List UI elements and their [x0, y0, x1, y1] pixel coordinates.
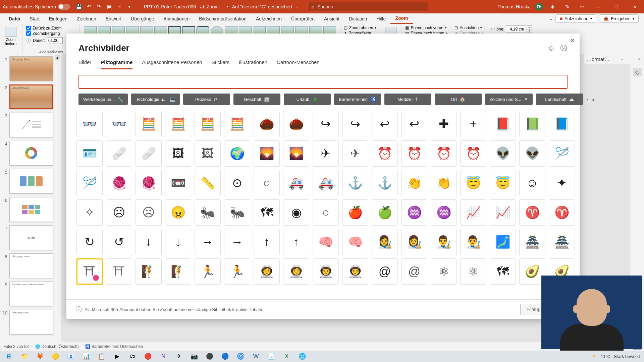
tab-hilfe[interactable]: Hilfe — [372, 13, 390, 24]
tab-ansicht[interactable]: Ansicht — [319, 13, 344, 24]
slide-thumb-5[interactable] — [9, 169, 53, 194]
icon-alarm-double-outline[interactable]: ⏰ — [460, 140, 486, 167]
icon-billboard-outline[interactable]: 🖼 — [195, 140, 221, 167]
edge-icon[interactable]: 🌐 — [294, 351, 310, 362]
side-rail-format-icon[interactable]: ◇ — [633, 68, 642, 76]
ribbon-collapse-icon[interactable]: ⌄ — [549, 16, 553, 21]
icon-airplane[interactable]: ✈ — [313, 140, 339, 167]
tab-aufzeichnen[interactable]: Aufzeichnen — [251, 13, 286, 24]
icon-address-book-alt[interactable]: 📘 — [549, 111, 575, 137]
icon-ant-outline[interactable]: 🐜 — [224, 199, 250, 226]
app-icon-5[interactable]: 🔵 — [217, 351, 233, 362]
tab-cartoon[interactable]: Cartoon-Menschen — [277, 59, 320, 69]
icon-star-burst-outline[interactable]: ✧ — [76, 199, 103, 226]
icon-acorn-outline[interactable]: 🌰 — [283, 111, 309, 137]
slide-thumb-1[interactable]: Übergangs Zoom — [9, 56, 53, 81]
firefox-icon[interactable]: 🦊 — [32, 351, 48, 362]
app-icon-7[interactable]: 📄 — [264, 351, 279, 362]
slide-thumb-4[interactable] — [9, 141, 53, 166]
vlc-icon[interactable]: ▶ — [109, 351, 125, 362]
icon-needle-thread[interactable]: 🪡 — [76, 170, 103, 196]
icon-climber-outline[interactable]: 🧗 — [165, 258, 191, 285]
icon-atom[interactable]: ⚛ — [431, 258, 457, 285]
icon-alarm-clock[interactable]: ⏰ — [372, 140, 398, 167]
slide-thumb-10[interactable]: Übergang zoom — [9, 310, 53, 335]
tab-animationen[interactable]: Animationen — [159, 13, 194, 24]
icon-smiling-halo[interactable]: ☺ — [519, 170, 545, 196]
present-icon[interactable]: ▣ — [105, 3, 113, 11]
save-icon[interactable]: 💾 — [75, 3, 83, 11]
return-zoom-checkbox[interactable]: Zurück zu Zoom — [26, 25, 76, 31]
icon-button-round-outline[interactable]: ○ — [254, 170, 280, 196]
grid-scroll-up-icon[interactable]: ▲ — [592, 94, 595, 105]
icon-alien[interactable]: 👽 — [490, 140, 516, 167]
tab-bildschirmpraesentation[interactable]: Bildschirmpräsentation — [194, 13, 251, 24]
bring-forward-button[interactable]: ▦Ebene nach vorne▾ — [405, 25, 447, 30]
feedback-frown-icon[interactable]: ☹ — [560, 44, 568, 53]
tab-piktogramme[interactable]: Piktogramme — [101, 59, 132, 69]
icon-astronaut-f-outline[interactable]: 👩‍🚀 — [283, 258, 309, 285]
icon-star-burst[interactable]: ✦ — [549, 170, 575, 196]
icon-astronaut-m[interactable]: 👨‍🚀 — [313, 258, 339, 285]
icon-alarm-clock-outline[interactable]: ⏰ — [401, 140, 427, 167]
icon-shrine-outline[interactable]: ⛩ — [106, 258, 132, 285]
icon-arrow-up[interactable]: ↑ — [254, 229, 280, 255]
language-status[interactable]: 🌐 Deutsch (Österreich) — [35, 344, 78, 349]
category-process[interactable]: Prozess⇄ — [183, 94, 230, 105]
tab-datei[interactable]: Datei — [4, 13, 25, 24]
category-tools[interactable]: Werkzeuge un...🔧 — [78, 94, 128, 105]
category-tech[interactable]: Technologie u...💻 — [131, 94, 179, 105]
panel-scroll-up[interactable]: ▲ — [55, 55, 60, 60]
window-icon[interactable]: ▭ — [578, 3, 586, 11]
redo-icon[interactable]: ↷ — [95, 3, 103, 11]
icon-australia[interactable]: 🗺 — [490, 258, 516, 285]
icon-arrow-curve-r[interactable]: ↪ — [313, 111, 339, 137]
category-holiday[interactable]: Urlaub🎄 — [284, 94, 331, 105]
icon-aperture-outline[interactable]: ○ — [313, 199, 339, 226]
icon-address-book[interactable]: 📕 — [490, 111, 516, 137]
explorer-icon[interactable]: 📁 — [17, 351, 32, 362]
icon-address-card[interactable]: 🪪 — [76, 140, 103, 167]
dialog-close-icon[interactable]: ✕ — [570, 37, 575, 44]
touch-icon[interactable]: ☟ — [115, 3, 123, 11]
height-input[interactable] — [506, 25, 526, 33]
telegram-icon[interactable]: ✈ — [171, 351, 186, 362]
icon-glasses-3d-outline[interactable]: 👓 — [106, 111, 132, 137]
icon-alarm-double[interactable]: ⏰ — [431, 140, 457, 167]
icon-apple-outline[interactable]: 🍏 — [372, 199, 398, 226]
icon-tape[interactable]: 📼 — [165, 170, 191, 196]
icon-antarctica[interactable]: 🗺 — [254, 199, 280, 226]
ink-icon[interactable]: ✎ — [563, 3, 571, 11]
category-accessibility[interactable]: Barrierefreiheit♿ — [334, 94, 381, 105]
tab-zeichnen[interactable]: Zeichnen — [72, 13, 101, 24]
icon-plus-bold[interactable]: ✚ — [431, 111, 457, 137]
category-more-icon[interactable]: › — [586, 94, 588, 105]
tab-uebergaenge[interactable]: Übergänge — [126, 13, 159, 24]
icon-arrow-curve-l[interactable]: ↩ — [372, 111, 398, 137]
icon-astronaut-f[interactable]: 👩‍🚀 — [254, 258, 280, 285]
slide-thumb-3[interactable] — [9, 113, 53, 137]
slide-counter[interactable]: Folie 2 von 53 — [3, 344, 29, 349]
icon-climber[interactable]: 🧗 — [136, 258, 162, 285]
tab-start[interactable]: Start — [25, 13, 44, 24]
icon-field-sun[interactable]: 🌄 — [254, 140, 280, 167]
icon-angel-face-outline[interactable]: 😇 — [490, 170, 516, 196]
qat-more-icon[interactable]: ▾ — [125, 3, 133, 11]
icon-runner-outline[interactable]: 🏃 — [224, 258, 250, 285]
icon-sad-face[interactable]: ☹ — [106, 199, 132, 226]
obs-icon[interactable]: ⚫ — [202, 351, 217, 362]
icon-acorn[interactable]: 🌰 — [254, 111, 280, 137]
icon-button-round[interactable]: ⊙ — [224, 170, 250, 196]
icon-alien-outline[interactable]: 👽 — [519, 140, 545, 167]
tab-illustrationen[interactable]: Illustrationen — [239, 59, 267, 69]
category-business[interactable]: Geschäft🏢 — [233, 94, 280, 105]
icon-chart-up-outline[interactable]: 📈 — [490, 199, 516, 226]
icon-atom-outline[interactable]: ⚛ — [460, 258, 486, 285]
format-pane-close-icon[interactable]: ✕ — [638, 57, 641, 62]
icon-arrow-right-thin[interactable]: → — [224, 229, 250, 255]
app-icon-4[interactable]: 📷 — [186, 351, 202, 362]
icon-hands-clap-outline[interactable]: 👏 — [431, 170, 457, 196]
icon-runner[interactable]: 🏃 — [195, 258, 221, 285]
tab-entwurf[interactable]: Entwurf — [101, 13, 126, 24]
icon-yarn-outline[interactable]: 🧶 — [136, 170, 162, 196]
